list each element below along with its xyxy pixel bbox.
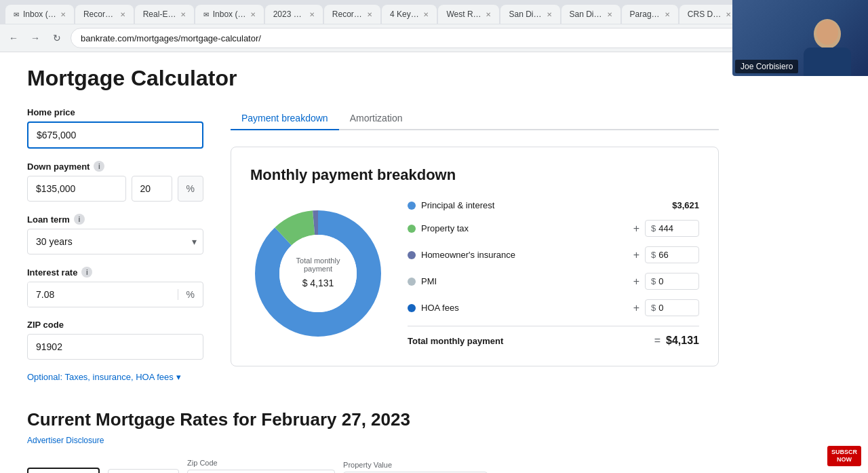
loan-term-select-wrapper: 10 years 15 years 20 years 30 years ▾	[27, 229, 203, 254]
zip-code-filter-label: Zip Code	[187, 459, 335, 467]
optional-taxes-link[interactable]: Optional: Taxes, insurance, HOA fees ▾	[27, 372, 203, 382]
hoa-dollar: $	[651, 303, 656, 313]
chevron-down-icon: ▾	[176, 372, 181, 382]
url-input[interactable]	[71, 28, 819, 48]
pmi-plus-button[interactable]: +	[631, 276, 642, 288]
insurance-label: Homeowner's insurance	[421, 250, 625, 260]
person-silhouette-svg	[732, 0, 868, 76]
back-button[interactable]: ←	[5, 30, 22, 46]
tab-paragon[interactable]: Parago... ✕	[622, 5, 678, 24]
property-tax-dollar: $	[651, 223, 656, 233]
rates-section: Current Mortgage Rates for February 27, …	[27, 409, 719, 473]
insurance-value: 66	[658, 250, 668, 260]
interest-rate-label: Interest rate i	[27, 267, 203, 278]
pmi-value: 0	[658, 276, 663, 286]
total-amount: $4,131	[666, 335, 699, 347]
tab-2023[interactable]: 2023 W... ✕	[265, 5, 323, 24]
breakdown-item-pi: Principal & interest $3,621	[408, 200, 699, 210]
tab-recording[interactable]: Recordi... ✕	[75, 5, 134, 24]
tab-crs[interactable]: CRS Da... ✕	[679, 5, 739, 24]
record-badge-line1: SUBSCR	[831, 449, 857, 456]
pmi-dot-icon	[408, 278, 416, 286]
loan-term-select[interactable]: 10 years 15 years 20 years 30 years	[27, 229, 203, 254]
hoa-label: HOA fees	[421, 303, 625, 313]
down-payment-label: Down payment i	[27, 161, 203, 172]
pmi-dollar: $	[651, 276, 656, 286]
down-payment-info-icon[interactable]: i	[94, 161, 104, 172]
breakdown-content: Total monthly payment $ 4,131 Princi	[250, 200, 699, 347]
zip-code-input[interactable]	[27, 334, 203, 360]
tab-payment-breakdown[interactable]: Payment breakdown	[231, 107, 339, 130]
property-tax-dot-icon	[408, 225, 416, 233]
loan-term-label: Loan term i	[27, 214, 203, 225]
advertiser-disclosure-link[interactable]: Advertiser Disclosure	[27, 436, 719, 445]
hoa-plus-button[interactable]: +	[631, 302, 642, 314]
pi-amount: $3,621	[672, 200, 699, 210]
loan-term-info-icon[interactable]: i	[74, 214, 85, 225]
refresh-button[interactable]: ↻	[49, 30, 65, 46]
property-tax-plus-button[interactable]: +	[631, 223, 642, 235]
breakdown-item-insurance: Homeowner's insurance + $ 66	[408, 246, 699, 263]
svg-rect-5	[804, 48, 851, 76]
pmi-label: PMI	[421, 276, 625, 286]
breakdown-items-list: Principal & interest $3,621 Property tax…	[408, 200, 699, 347]
total-row: Total monthly payment = $4,131	[408, 326, 699, 347]
insurance-dot-icon	[408, 251, 416, 259]
interest-rate-row: %	[27, 282, 203, 307]
breakdown-panel: Payment breakdown Amortization Monthly p…	[231, 107, 719, 382]
forward-button[interactable]: →	[27, 30, 43, 46]
breakdown-item-hoa: HOA fees + $ 0	[408, 299, 699, 316]
breakdown-card-title: Monthly payment breakdown	[250, 166, 699, 184]
donut-label: Total monthly payment	[284, 257, 352, 273]
pi-label: Principal & interest	[421, 200, 667, 210]
home-price-input[interactable]	[27, 121, 203, 149]
down-payment-group: Down payment i %	[27, 161, 203, 202]
tab-amortization[interactable]: Amortization	[339, 107, 414, 130]
tab-record2[interactable]: Record... ✕	[324, 5, 380, 24]
interest-rate-info-icon[interactable]: i	[81, 267, 92, 278]
hoa-controls: + $ 0	[631, 299, 699, 316]
total-label: Total monthly payment	[408, 336, 649, 346]
interest-rate-group: Interest rate i %	[27, 267, 203, 307]
calculator-panel: Home price Down payment i % Loan term	[27, 107, 203, 382]
donut-chart: Total monthly payment $ 4,131	[250, 206, 386, 341]
tab-san1[interactable]: San Die... ✕	[500, 5, 559, 24]
hoa-dot-icon	[408, 304, 416, 312]
page-content: Mortgage Calculator Home price Down paym…	[0, 52, 746, 473]
insurance-plus-button[interactable]: +	[631, 249, 642, 261]
insurance-dollar: $	[651, 250, 656, 260]
down-payment-percent-input[interactable]	[132, 176, 172, 202]
tab-san2[interactable]: San Die... ✕	[561, 5, 620, 24]
down-payment-amount-input[interactable]	[27, 176, 126, 202]
rates-filters-row1: Purchase Refinance Zip Code 📍 Bonita, CA…	[27, 459, 719, 473]
purchase-button[interactable]: Purchase	[27, 468, 100, 473]
tab-inbox1[interactable]: ✉ Inbox (1... ✕	[5, 5, 74, 24]
refinance-button[interactable]: Refinance	[108, 469, 179, 473]
property-tax-value: 444	[658, 223, 673, 233]
total-equals: =	[654, 335, 660, 347]
down-payment-row: %	[27, 176, 203, 202]
interest-rate-input[interactable]	[28, 282, 178, 307]
percent-suffix: %	[178, 176, 203, 202]
tab-west[interactable]: West Ro... ✕	[438, 5, 499, 24]
pi-dot-icon	[408, 202, 416, 210]
tab-inbox2[interactable]: ✉ Inbox (2... ✕	[195, 5, 264, 24]
zip-code-group: ZIP code	[27, 320, 203, 360]
insurance-controls: + $ 66	[631, 246, 699, 263]
zip-code-filter-group: Zip Code 📍 Bonita, CA	[187, 459, 335, 473]
page-title: Mortgage Calculator	[27, 66, 719, 91]
hoa-amount-box: $ 0	[645, 299, 699, 316]
property-value-filter-group: Property Value $	[343, 461, 488, 473]
tab-real-estate[interactable]: Real-Es... ✕	[135, 5, 194, 24]
svg-point-6	[816, 20, 838, 45]
hoa-value: 0	[658, 303, 663, 313]
zip-code-filter-input-group: 📍 Bonita, CA	[187, 470, 335, 473]
property-value-label: Property Value	[343, 461, 488, 469]
record-badge-line2: NOW	[831, 456, 857, 463]
record-now-badge[interactable]: SUBSCR NOW	[827, 446, 861, 466]
home-price-group: Home price	[27, 107, 203, 149]
rates-title: Current Mortgage Rates for February 27, …	[27, 409, 719, 430]
loan-term-group: Loan term i 10 years 15 years 20 years 3…	[27, 214, 203, 254]
tab-4keys[interactable]: 4 Keys... ✕	[382, 5, 437, 24]
pmi-amount-box: $ 0	[645, 273, 699, 290]
